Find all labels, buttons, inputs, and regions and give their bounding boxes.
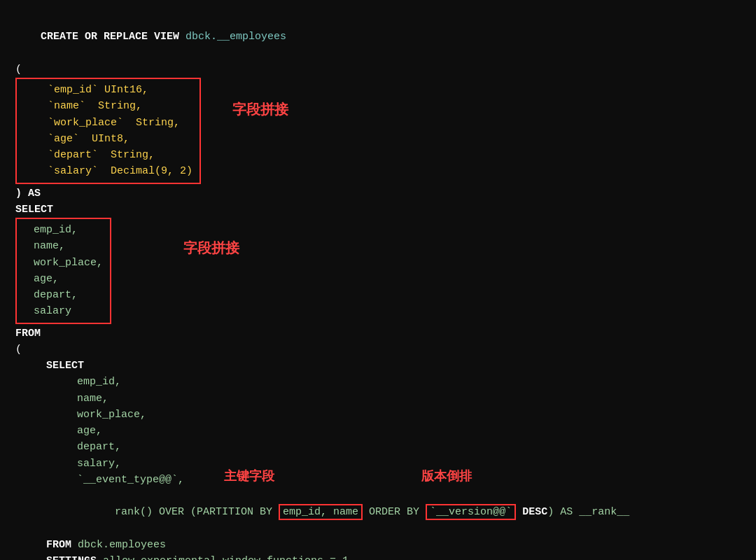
- annotation-version-desc: 版本倒排: [421, 467, 472, 486]
- line-create-view: CREATE OR REPLACE VIEW dbck.__employees: [15, 13, 741, 62]
- inner-work-place: work_place,: [15, 407, 741, 423]
- code-container: CREATE OR REPLACE VIEW dbck.__employees …: [15, 13, 741, 560]
- inner-emp-id: emp_id,: [15, 374, 741, 390]
- field-salary: `salary` Decimal(9, 2): [48, 163, 192, 179]
- rank-line-container: rank() OVER (PARTITION BY emp_id, name O…: [15, 488, 741, 537]
- line-settings: SETTINGS allow_experimental_window_funct…: [15, 553, 741, 560]
- fields-outline-box: `emp_id` UInt16, `name` String, `work_pl…: [15, 78, 201, 184]
- annotation-fields-concat-1: 字段拼接: [232, 99, 288, 120]
- rank-line: rank() OVER (PARTITION BY emp_id, name O…: [77, 488, 629, 537]
- sel-work-place: work_place,: [34, 255, 103, 271]
- annotation-primary-key: 主键字段: [224, 467, 274, 486]
- field-work-place: `work_place` String,: [48, 115, 192, 131]
- field-age: `age` UInt8,: [48, 131, 192, 147]
- line-from-outer: FROM: [15, 326, 741, 342]
- sel-name: name,: [34, 238, 103, 254]
- inner-depart: depart,: [15, 439, 741, 455]
- sel-depart: depart,: [34, 287, 103, 303]
- field-emp-id: `emp_id` UInt16,: [48, 82, 192, 98]
- rank-partition-box: emp_id, name: [279, 504, 363, 520]
- keyword-create: CREATE OR REPLACE VIEW: [41, 31, 179, 43]
- line-select-inner: SELECT: [15, 358, 741, 374]
- line-select-outer: SELECT: [15, 202, 741, 218]
- sel-age: age,: [34, 271, 103, 287]
- field-name: `name` String,: [48, 98, 192, 114]
- view-name: dbck.__employees: [179, 31, 286, 43]
- rank-order-box: `__version@@`: [426, 504, 516, 520]
- sel-emp-id: emp_id,: [34, 222, 103, 238]
- line-from-inner: FROM dbck.employees: [15, 537, 741, 553]
- field-depart: `depart` String,: [48, 147, 192, 163]
- line-open-paren-2: (: [15, 342, 741, 358]
- sel-salary: salary: [34, 303, 103, 319]
- inner-salary: salary,: [15, 456, 741, 472]
- select-fields-box: emp_id, name, work_place, age, depart, s…: [15, 218, 111, 324]
- inner-event-type: `__event_type@@`,: [15, 472, 741, 488]
- line-open-paren-1: (: [15, 62, 741, 78]
- line-close-as: ) AS: [15, 186, 741, 202]
- annotation-fields-concat-2: 字段拼接: [183, 237, 239, 259]
- inner-name: name,: [15, 391, 741, 407]
- inner-age: age,: [15, 423, 741, 439]
